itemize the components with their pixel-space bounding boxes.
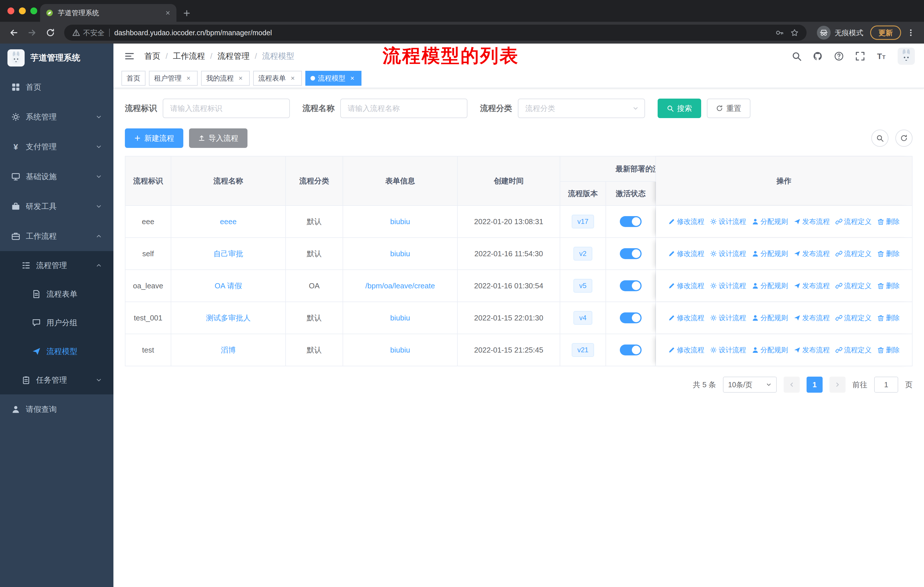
breadcrumb-workflow[interactable]: 工作流程	[173, 51, 205, 62]
import-process-button[interactable]: 导入流程	[189, 128, 248, 148]
row-action-delete[interactable]: 删除	[877, 346, 900, 355]
tag-close-icon[interactable]: ×	[289, 74, 297, 82]
row-action-delete[interactable]: 删除	[877, 249, 900, 258]
tag-close-icon[interactable]: ×	[348, 74, 356, 82]
tag-view-4[interactable]: 流程模型×	[305, 71, 361, 86]
row-action-assign[interactable]: 分配规则	[752, 313, 788, 322]
forward-button[interactable]	[24, 25, 40, 41]
row-action-definition[interactable]: 流程定义	[835, 313, 871, 322]
tag-close-icon[interactable]: ×	[237, 74, 244, 82]
row-action-assign[interactable]: 分配规则	[752, 249, 788, 258]
search-icon[interactable]	[792, 51, 802, 61]
row-action-assign[interactable]: 分配规则	[752, 346, 788, 355]
row-action-definition[interactable]: 流程定义	[835, 346, 871, 355]
row-action-edit[interactable]: 修改流程	[668, 281, 704, 290]
row-action-edit[interactable]: 修改流程	[668, 313, 704, 322]
row-action-definition[interactable]: 流程定义	[835, 281, 871, 290]
process-name-link[interactable]: 滔博	[221, 345, 236, 355]
tag-view-0[interactable]: 首页	[121, 71, 145, 86]
sidebar-item-11[interactable]: 请假查询	[0, 394, 114, 424]
process-name-input[interactable]	[340, 99, 467, 118]
row-action-delete[interactable]: 删除	[877, 217, 900, 226]
row-action-assign[interactable]: 分配规则	[752, 217, 788, 226]
form-info-link[interactable]: biubiu	[390, 314, 410, 322]
form-info-link[interactable]: biubiu	[390, 217, 410, 226]
sidebar-item-0[interactable]: 首页	[0, 72, 114, 102]
sidebar-item-5[interactable]: 工作流程	[0, 221, 114, 251]
sidebar-item-3[interactable]: 基础设施	[0, 162, 114, 192]
form-info-link[interactable]: biubiu	[390, 346, 410, 355]
browser-tab[interactable]: 芋道管理系统	[40, 4, 177, 22]
hamburger-icon[interactable]	[122, 49, 136, 63]
row-action-design[interactable]: 设计流程	[710, 217, 746, 226]
row-action-definition[interactable]: 流程定义	[835, 217, 871, 226]
sidebar-item-2[interactable]: ¥支付管理	[0, 132, 114, 162]
browser-update-button[interactable]: 更新	[870, 25, 901, 40]
help-icon[interactable]	[834, 51, 844, 61]
new-tab-button[interactable]	[179, 5, 195, 22]
sidebar-item-7[interactable]: 流程表单	[0, 280, 114, 308]
sidebar-item-4[interactable]: 研发工具	[0, 192, 114, 221]
tag-view-3[interactable]: 流程表单×	[253, 71, 302, 86]
active-toggle[interactable]	[620, 313, 642, 323]
security-chip[interactable]: 不安全	[72, 28, 104, 38]
browser-menu-button[interactable]	[903, 25, 918, 40]
prev-page-button[interactable]	[784, 377, 800, 393]
row-action-design[interactable]: 设计流程	[710, 313, 746, 322]
sidebar-item-1[interactable]: 系统管理	[0, 102, 114, 132]
row-action-delete[interactable]: 删除	[877, 281, 900, 290]
address-bar[interactable]: 不安全 dashboard.yudao.iocoder.cn/bpm/manag…	[64, 25, 807, 41]
row-action-assign[interactable]: 分配规则	[752, 281, 788, 290]
create-process-button[interactable]: 新建流程	[125, 128, 183, 148]
reset-button[interactable]: 重置	[707, 99, 751, 118]
maximize-window-button[interactable]	[30, 7, 37, 14]
row-action-edit[interactable]: 修改流程	[668, 217, 704, 226]
row-action-definition[interactable]: 流程定义	[835, 249, 871, 258]
tag-close-icon[interactable]: ×	[185, 74, 193, 82]
github-icon[interactable]	[813, 51, 823, 61]
row-action-design[interactable]: 设计流程	[710, 249, 746, 258]
process-category-select[interactable]: 流程分类	[518, 99, 645, 118]
active-toggle[interactable]	[620, 216, 642, 227]
row-action-edit[interactable]: 修改流程	[668, 249, 704, 258]
process-name-link[interactable]: 自己审批	[213, 249, 243, 259]
next-page-button[interactable]	[830, 377, 845, 393]
search-button[interactable]: 搜索	[658, 99, 701, 118]
active-toggle[interactable]	[620, 344, 642, 356]
toggle-search-button[interactable]	[871, 129, 888, 147]
minimize-window-button[interactable]	[19, 7, 26, 14]
sidebar-item-8[interactable]: 用户分组	[0, 308, 114, 337]
refresh-table-button[interactable]	[895, 129, 912, 147]
sidebar-item-6[interactable]: 流程管理	[0, 251, 114, 280]
close-window-button[interactable]	[7, 7, 14, 14]
row-action-edit[interactable]: 修改流程	[668, 346, 704, 355]
user-avatar[interactable]	[898, 48, 915, 65]
key-icon[interactable]	[776, 29, 784, 37]
breadcrumb-process-management[interactable]: 流程管理	[218, 51, 250, 62]
process-name-link[interactable]: 测试多审批人	[206, 313, 251, 323]
process-name-link[interactable]: eeee	[220, 217, 237, 226]
tag-view-1[interactable]: 租户管理×	[149, 71, 198, 86]
row-action-publish[interactable]: 发布流程	[794, 346, 830, 355]
process-name-link[interactable]: OA 请假	[214, 281, 242, 291]
current-page-button[interactable]: 1	[807, 377, 823, 393]
row-action-delete[interactable]: 删除	[877, 313, 900, 322]
row-action-publish[interactable]: 发布流程	[794, 313, 830, 322]
active-toggle[interactable]	[620, 248, 642, 259]
bookmark-star-icon[interactable]	[790, 29, 799, 37]
row-action-design[interactable]: 设计流程	[710, 281, 746, 290]
form-info-link[interactable]: biubiu	[390, 250, 410, 258]
tab-close-icon[interactable]	[165, 10, 171, 16]
form-info-link[interactable]: /bpm/oa/leave/create	[365, 281, 435, 290]
breadcrumb-home[interactable]: 首页	[144, 51, 160, 62]
sidebar-item-10[interactable]: 任务管理	[0, 366, 114, 394]
process-key-input[interactable]	[163, 99, 290, 118]
sidebar-item-9[interactable]: 流程模型	[0, 337, 114, 366]
tag-view-2[interactable]: 我的流程×	[201, 71, 250, 86]
page-size-select[interactable]: 10条/页	[723, 377, 777, 393]
active-toggle[interactable]	[620, 280, 642, 291]
row-action-publish[interactable]: 发布流程	[794, 281, 830, 290]
font-size-icon[interactable]: TT	[876, 51, 886, 61]
fullscreen-icon[interactable]	[855, 51, 865, 61]
back-button[interactable]	[6, 25, 22, 41]
